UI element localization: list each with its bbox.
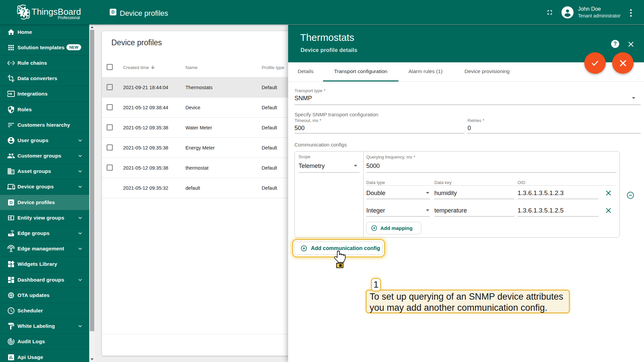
- svg-text:D: D: [9, 200, 12, 205]
